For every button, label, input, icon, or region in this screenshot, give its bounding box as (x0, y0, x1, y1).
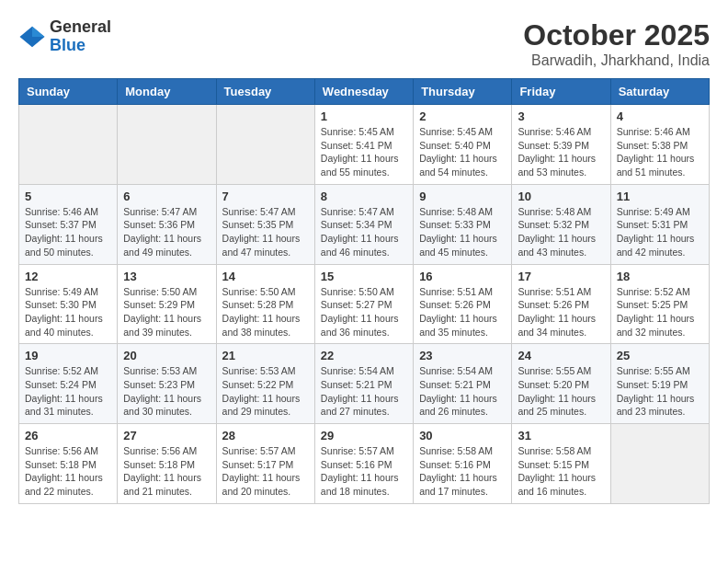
calendar-cell: 11Sunrise: 5:49 AM Sunset: 5:31 PM Dayli… (610, 184, 709, 264)
day-number: 7 (222, 190, 309, 203)
calendar-cell: 20Sunrise: 5:53 AM Sunset: 5:23 PM Dayli… (118, 344, 216, 424)
day-info: Sunrise: 5:46 AM Sunset: 5:39 PM Dayligh… (518, 125, 604, 179)
day-number: 12 (25, 270, 111, 283)
col-header-thursday: Thursday (414, 79, 512, 105)
page-header: General Blue October 2025 Barwadih, Jhar… (18, 18, 710, 69)
day-info: Sunrise: 5:55 AM Sunset: 5:20 PM Dayligh… (518, 364, 604, 419)
calendar-week-2: 5Sunrise: 5:46 AM Sunset: 5:37 PM Daylig… (19, 184, 710, 264)
calendar-cell: 10Sunrise: 5:48 AM Sunset: 5:32 PM Dayli… (512, 184, 610, 264)
day-info: Sunrise: 5:57 AM Sunset: 5:17 PM Dayligh… (222, 444, 309, 499)
day-info: Sunrise: 5:46 AM Sunset: 5:38 PM Dayligh… (617, 125, 703, 179)
logo: General Blue (18, 18, 111, 55)
calendar-cell (610, 424, 709, 504)
calendar-cell: 21Sunrise: 5:53 AM Sunset: 5:22 PM Dayli… (216, 344, 314, 424)
day-info: Sunrise: 5:47 AM Sunset: 5:36 PM Dayligh… (123, 205, 210, 259)
calendar-cell: 13Sunrise: 5:50 AM Sunset: 5:29 PM Dayli… (118, 264, 216, 344)
day-info: Sunrise: 5:48 AM Sunset: 5:33 PM Dayligh… (419, 205, 506, 259)
calendar-header-row: SundayMondayTuesdayWednesdayThursdayFrid… (19, 79, 710, 105)
calendar-cell: 17Sunrise: 5:51 AM Sunset: 5:26 PM Dayli… (512, 264, 610, 344)
day-number: 9 (419, 190, 506, 203)
col-header-tuesday: Tuesday (216, 79, 314, 105)
day-number: 21 (222, 349, 309, 362)
calendar-cell: 22Sunrise: 5:54 AM Sunset: 5:21 PM Dayli… (314, 344, 413, 424)
day-number: 16 (419, 270, 506, 283)
day-info: Sunrise: 5:49 AM Sunset: 5:31 PM Dayligh… (617, 205, 703, 259)
calendar-cell: 29Sunrise: 5:57 AM Sunset: 5:16 PM Dayli… (314, 424, 413, 504)
logo-blue: Blue (50, 37, 111, 55)
day-number: 27 (123, 429, 210, 442)
day-info: Sunrise: 5:51 AM Sunset: 5:26 PM Dayligh… (518, 285, 604, 339)
day-number: 19 (25, 349, 111, 362)
day-info: Sunrise: 5:58 AM Sunset: 5:16 PM Dayligh… (419, 444, 506, 499)
month-title: October 2025 (523, 18, 710, 52)
calendar-cell: 19Sunrise: 5:52 AM Sunset: 5:24 PM Dayli… (19, 344, 118, 424)
calendar-week-5: 26Sunrise: 5:56 AM Sunset: 5:18 PM Dayli… (19, 424, 710, 504)
day-info: Sunrise: 5:56 AM Sunset: 5:18 PM Dayligh… (25, 444, 111, 499)
calendar-cell: 4Sunrise: 5:46 AM Sunset: 5:38 PM Daylig… (610, 105, 709, 185)
day-info: Sunrise: 5:53 AM Sunset: 5:22 PM Dayligh… (222, 364, 309, 419)
logo-general: General (50, 18, 111, 37)
col-header-saturday: Saturday (610, 79, 709, 105)
day-info: Sunrise: 5:55 AM Sunset: 5:19 PM Dayligh… (617, 364, 703, 419)
day-info: Sunrise: 5:46 AM Sunset: 5:37 PM Dayligh… (25, 205, 111, 259)
calendar-week-3: 12Sunrise: 5:49 AM Sunset: 5:30 PM Dayli… (19, 264, 710, 344)
calendar-cell: 8Sunrise: 5:47 AM Sunset: 5:34 PM Daylig… (314, 184, 413, 264)
calendar-cell: 27Sunrise: 5:56 AM Sunset: 5:18 PM Dayli… (118, 424, 216, 504)
calendar-cell: 30Sunrise: 5:58 AM Sunset: 5:16 PM Dayli… (414, 424, 512, 504)
calendar-week-1: 1Sunrise: 5:45 AM Sunset: 5:41 PM Daylig… (19, 105, 710, 185)
day-number: 1 (321, 109, 407, 123)
calendar-cell: 26Sunrise: 5:56 AM Sunset: 5:18 PM Dayli… (19, 424, 118, 504)
calendar-cell: 1Sunrise: 5:45 AM Sunset: 5:41 PM Daylig… (314, 105, 413, 185)
day-number: 17 (518, 270, 604, 283)
day-info: Sunrise: 5:52 AM Sunset: 5:25 PM Dayligh… (617, 285, 703, 339)
location: Barwadih, Jharkhand, India (523, 52, 710, 69)
day-info: Sunrise: 5:50 AM Sunset: 5:29 PM Dayligh… (123, 285, 210, 339)
svg-marker-1 (32, 27, 45, 37)
day-info: Sunrise: 5:45 AM Sunset: 5:40 PM Dayligh… (419, 125, 506, 179)
day-info: Sunrise: 5:53 AM Sunset: 5:23 PM Dayligh… (123, 364, 210, 419)
calendar-cell: 16Sunrise: 5:51 AM Sunset: 5:26 PM Dayli… (414, 264, 512, 344)
day-number: 18 (617, 270, 703, 283)
day-number: 2 (419, 109, 506, 123)
day-info: Sunrise: 5:58 AM Sunset: 5:15 PM Dayligh… (518, 444, 604, 499)
calendar-cell (118, 105, 216, 185)
calendar-cell: 12Sunrise: 5:49 AM Sunset: 5:30 PM Dayli… (19, 264, 118, 344)
day-number: 20 (123, 349, 210, 362)
calendar-table: SundayMondayTuesdayWednesdayThursdayFrid… (18, 78, 710, 504)
calendar-cell: 18Sunrise: 5:52 AM Sunset: 5:25 PM Dayli… (610, 264, 709, 344)
col-header-monday: Monday (118, 79, 216, 105)
day-number: 15 (321, 270, 407, 283)
day-info: Sunrise: 5:50 AM Sunset: 5:27 PM Dayligh… (321, 285, 407, 339)
day-number: 3 (518, 109, 604, 123)
calendar-cell (216, 105, 314, 185)
day-number: 28 (222, 429, 309, 442)
day-number: 26 (25, 429, 111, 442)
day-number: 29 (321, 429, 407, 442)
calendar-cell: 14Sunrise: 5:50 AM Sunset: 5:28 PM Dayli… (216, 264, 314, 344)
calendar-cell: 9Sunrise: 5:48 AM Sunset: 5:33 PM Daylig… (414, 184, 512, 264)
day-info: Sunrise: 5:56 AM Sunset: 5:18 PM Dayligh… (123, 444, 210, 499)
calendar-cell: 31Sunrise: 5:58 AM Sunset: 5:15 PM Dayli… (512, 424, 610, 504)
day-number: 10 (518, 190, 604, 203)
day-info: Sunrise: 5:47 AM Sunset: 5:35 PM Dayligh… (222, 205, 309, 259)
calendar-cell: 15Sunrise: 5:50 AM Sunset: 5:27 PM Dayli… (314, 264, 413, 344)
day-info: Sunrise: 5:54 AM Sunset: 5:21 PM Dayligh… (419, 364, 506, 419)
calendar-cell: 28Sunrise: 5:57 AM Sunset: 5:17 PM Dayli… (216, 424, 314, 504)
day-number: 25 (617, 349, 703, 362)
day-number: 30 (419, 429, 506, 442)
day-info: Sunrise: 5:50 AM Sunset: 5:28 PM Dayligh… (222, 285, 309, 339)
day-number: 31 (518, 429, 604, 442)
day-info: Sunrise: 5:45 AM Sunset: 5:41 PM Dayligh… (321, 125, 407, 179)
calendar-week-4: 19Sunrise: 5:52 AM Sunset: 5:24 PM Dayli… (19, 344, 710, 424)
day-info: Sunrise: 5:48 AM Sunset: 5:32 PM Dayligh… (518, 205, 604, 259)
calendar-cell: 3Sunrise: 5:46 AM Sunset: 5:39 PM Daylig… (512, 105, 610, 185)
calendar-cell: 5Sunrise: 5:46 AM Sunset: 5:37 PM Daylig… (19, 184, 118, 264)
day-number: 6 (123, 190, 210, 203)
day-number: 11 (617, 190, 703, 203)
day-info: Sunrise: 5:49 AM Sunset: 5:30 PM Dayligh… (25, 285, 111, 339)
day-info: Sunrise: 5:57 AM Sunset: 5:16 PM Dayligh… (321, 444, 407, 499)
calendar-cell: 2Sunrise: 5:45 AM Sunset: 5:40 PM Daylig… (414, 105, 512, 185)
calendar-cell: 23Sunrise: 5:54 AM Sunset: 5:21 PM Dayli… (414, 344, 512, 424)
calendar-cell (19, 105, 118, 185)
col-header-sunday: Sunday (19, 79, 118, 105)
